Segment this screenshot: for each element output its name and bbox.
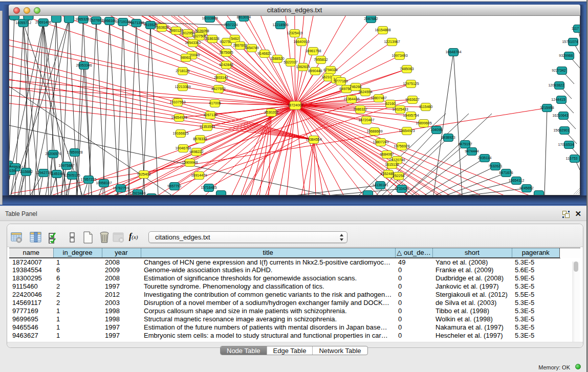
svg-text:8427552: 8427552 [211, 87, 225, 91]
svg-text:6966160: 6966160 [102, 19, 116, 23]
svg-text:8813014: 8813014 [237, 16, 251, 19]
svg-text:17016534: 17016534 [558, 143, 574, 146]
svg-text:10958107: 10958107 [96, 181, 112, 185]
svg-text:6794028: 6794028 [323, 68, 337, 72]
svg-text:3624554: 3624554 [358, 90, 372, 94]
svg-text:12942737: 12942737 [35, 171, 51, 174]
svg-text:104095: 104095 [430, 128, 442, 132]
svg-text:10543362: 10543362 [185, 41, 201, 45]
svg-text:20206576: 20206576 [45, 152, 61, 156]
svg-text:16671355: 16671355 [128, 21, 144, 25]
svg-text:8938923: 8938923 [441, 136, 455, 139]
svg-text:1733426: 1733426 [395, 187, 408, 190]
svg-text:10688609: 10688609 [366, 129, 382, 133]
svg-text:12218506: 12218506 [272, 23, 288, 27]
svg-text:8578334: 8578334 [193, 137, 207, 141]
svg-text:10975867: 10975867 [58, 164, 74, 167]
svg-text:9498222: 9498222 [189, 150, 203, 154]
svg-text:746266: 746266 [350, 85, 361, 89]
svg-text:16961758: 16961758 [305, 49, 321, 53]
svg-text:9684067: 9684067 [380, 152, 394, 156]
svg-text:10973493: 10973493 [391, 54, 407, 57]
svg-text:98961: 98961 [181, 56, 191, 59]
svg-text:2530203: 2530203 [264, 111, 278, 114]
svg-text:15692901: 15692901 [553, 128, 569, 132]
svg-text:7515526: 7515526 [143, 23, 157, 27]
svg-text:7632621: 7632621 [488, 164, 502, 168]
svg-text:16640910: 16640910 [293, 40, 309, 43]
svg-text:1362615: 1362615 [296, 65, 310, 69]
svg-text:8990448: 8990448 [308, 69, 322, 73]
svg-text:12505135: 12505135 [64, 173, 80, 177]
svg-text:18724007: 18724007 [287, 103, 303, 107]
svg-text:1244415: 1244415 [551, 98, 565, 101]
svg-text:9115460: 9115460 [419, 105, 433, 108]
svg-text:10107553: 10107553 [169, 100, 185, 104]
svg-text:16648784: 16648784 [445, 50, 461, 54]
svg-text:39159: 39159 [9, 169, 16, 172]
svg-text:417006: 417006 [209, 101, 221, 105]
svg-text:13495754: 13495754 [403, 114, 419, 117]
svg-text:1117: 1117 [572, 27, 579, 30]
svg-text:116753: 116753 [566, 157, 578, 160]
svg-text:17957225: 17957225 [80, 178, 96, 181]
svg-text:15720407: 15720407 [358, 118, 374, 122]
svg-text:19384554: 19384554 [306, 138, 321, 141]
svg-text:12923446: 12923446 [129, 191, 145, 195]
svg-text:10025433: 10025433 [392, 107, 408, 111]
svg-text:8454749: 8454749 [245, 46, 258, 50]
svg-text:16033809: 16033809 [202, 16, 217, 20]
svg-text:8471676: 8471676 [499, 171, 513, 174]
svg-text:10654112: 10654112 [509, 179, 525, 182]
svg-text:1615132: 1615132 [385, 163, 399, 166]
svg-text:7625402: 7625402 [137, 172, 150, 176]
svg-text:13654923: 13654923 [399, 129, 415, 133]
svg-text:3875685: 3875685 [219, 51, 233, 54]
svg-text:12213967: 12213967 [384, 40, 400, 43]
svg-text:8186328: 8186328 [205, 37, 219, 40]
svg-text:19654923: 19654923 [171, 116, 187, 119]
svg-text:7986322: 7986322 [353, 107, 367, 111]
svg-text:9474444: 9474444 [465, 149, 478, 153]
svg-text:9657791: 9657791 [167, 184, 181, 188]
svg-text:26053346: 26053346 [76, 63, 92, 67]
svg-text:1527602: 1527602 [89, 18, 103, 22]
svg-text:14136141: 14136141 [372, 183, 388, 187]
svg-text:19756928: 19756928 [394, 144, 409, 148]
svg-text:5462: 5462 [231, 37, 239, 40]
svg-text:62160: 62160 [385, 102, 396, 105]
svg-text:6479197: 6479197 [458, 142, 472, 146]
svg-text:9329966: 9329966 [559, 54, 573, 57]
svg-text:15716485: 15716485 [201, 186, 216, 189]
svg-text:12213389: 12213389 [175, 85, 190, 89]
svg-text:9242848: 9242848 [219, 63, 233, 67]
svg-text:15909948: 15909948 [182, 161, 198, 164]
svg-text:7955812: 7955812 [314, 58, 328, 61]
svg-text:3215958: 3215958 [540, 106, 554, 110]
svg-text:11353594: 11353594 [200, 125, 215, 128]
svg-text:9245652: 9245652 [519, 186, 533, 190]
svg-text:9463627: 9463627 [405, 98, 419, 101]
svg-text:252254: 252254 [393, 174, 404, 178]
svg-text:9227342: 9227342 [552, 69, 565, 72]
svg-text:10899605: 10899605 [416, 121, 431, 125]
svg-text:2935114: 2935114 [478, 156, 492, 160]
svg-text:2087682: 2087682 [364, 17, 378, 20]
svg-text:16914479: 16914479 [191, 173, 207, 177]
svg-text:2718126: 2718126 [176, 69, 189, 73]
svg-text:20691406: 20691406 [35, 20, 51, 24]
svg-text:3267130: 3267130 [203, 113, 217, 117]
svg-text:10046766: 10046766 [175, 146, 191, 150]
svg-text:7857224: 7857224 [224, 23, 237, 27]
svg-text:13807249: 13807249 [373, 140, 388, 144]
svg-text:1145194: 1145194 [50, 172, 64, 176]
svg-text:21364436: 21364436 [343, 97, 359, 101]
svg-text:9327505: 9327505 [192, 34, 206, 38]
svg-text:16154808: 16154808 [375, 28, 390, 32]
svg-text:17859928: 17859928 [67, 150, 82, 154]
svg-text:7485063: 7485063 [400, 67, 413, 71]
svg-text:15751074: 15751074 [562, 40, 578, 43]
svg-text:12093822: 12093822 [548, 83, 564, 87]
svg-text:9777169: 9777169 [334, 79, 347, 83]
svg-text:10807487: 10807487 [371, 96, 386, 100]
